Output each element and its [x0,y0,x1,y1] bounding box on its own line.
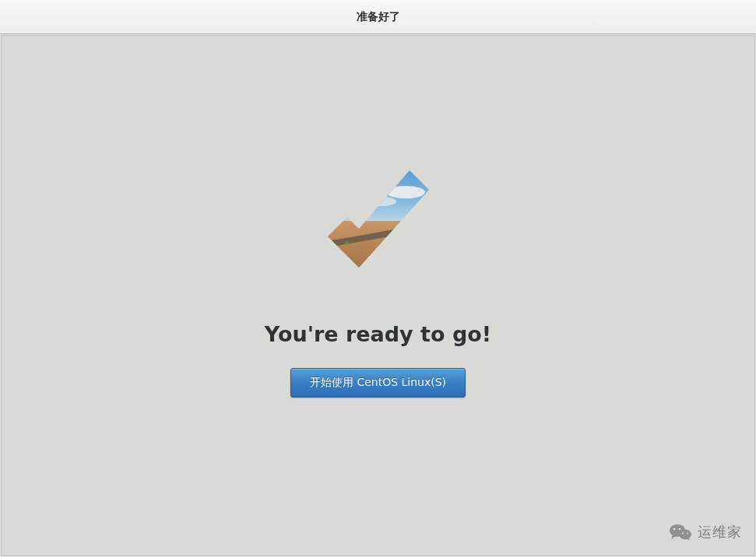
ready-heading: You're ready to go! [265,322,491,346]
window-title: 准备好了 [357,10,400,24]
svg-rect-0 [308,170,448,225]
svg-point-5 [673,528,676,531]
watermark-text: 运维家 [698,523,742,541]
svg-point-7 [679,530,691,540]
svg-point-1 [386,186,425,198]
start-using-button[interactable]: 开始使用 CentOS Linux(S) [290,368,466,398]
svg-point-9 [687,533,688,534]
setup-complete-panel: You're ready to go! 开始使用 CentOS Linux(S) [1,35,755,556]
svg-point-8 [682,533,684,534]
wechat-icon [670,524,691,541]
window-titlebar: 准备好了 [0,0,756,34]
checkmark-photo-icon [308,170,448,295]
svg-rect-3 [308,221,448,295]
svg-point-2 [368,197,396,206]
watermark: 运维家 [670,523,742,541]
svg-point-6 [679,528,681,531]
